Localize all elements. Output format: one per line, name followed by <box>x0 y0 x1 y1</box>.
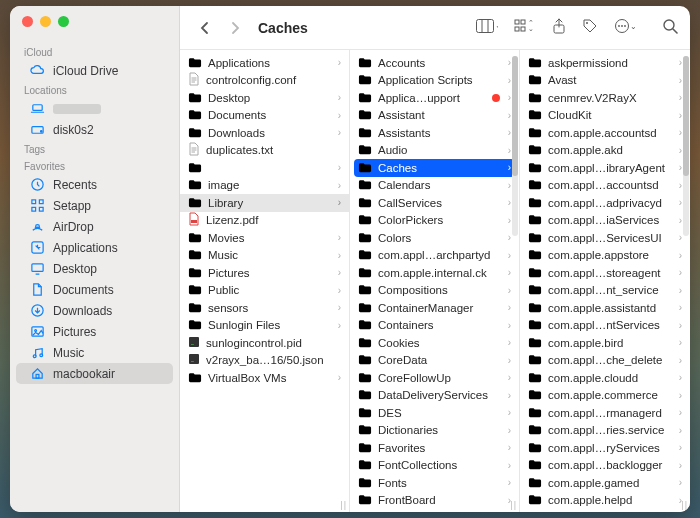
list-item[interactable]: FontCollections› <box>350 457 519 475</box>
list-item[interactable]: _sunlogincontrol.pid <box>180 334 349 352</box>
list-item[interactable]: com.appl…ryServices› <box>520 439 690 457</box>
sidebar-item-airdrop[interactable]: AirDrop <box>16 216 173 237</box>
list-item[interactable]: duplicates.txt <box>180 142 349 160</box>
list-item[interactable]: com.apple.gamed› <box>520 474 690 492</box>
list-item[interactable]: sensors› <box>180 299 349 317</box>
column-resize-handle[interactable]: || <box>681 500 688 510</box>
list-item[interactable]: Desktop› <box>180 89 349 107</box>
list-item[interactable]: com.apple.accountsd› <box>520 124 690 142</box>
list-item[interactable]: com.apple.appstore› <box>520 247 690 265</box>
list-item[interactable]: image› <box>180 177 349 195</box>
list-item[interactable]: Avast› <box>520 72 690 90</box>
list-item[interactable]: com.appl…storeagent› <box>520 264 690 282</box>
sidebar-item-macbookair[interactable]: macbookair <box>16 363 173 384</box>
column-resize-handle[interactable]: || <box>340 500 347 510</box>
list-item[interactable]: com.apple.internal.ck› <box>350 264 519 282</box>
list-item[interactable]: com.appl…ntServices› <box>520 317 690 335</box>
list-item[interactable]: Lizenz.pdf <box>180 212 349 230</box>
group-by-button[interactable]: ⌃⌄ <box>514 19 536 37</box>
list-item[interactable]: _v2rayx_ba…16/50.json <box>180 352 349 370</box>
list-item[interactable]: com.appl…adprivacyd› <box>520 194 690 212</box>
list-item[interactable]: Library› <box>180 194 349 212</box>
column-0[interactable]: Applications›controlconfig.confDesktop›D… <box>180 50 350 512</box>
list-item[interactable]: › <box>180 159 349 177</box>
tags-button[interactable] <box>582 18 598 38</box>
list-item[interactable]: Public› <box>180 282 349 300</box>
sidebar-item-pictures[interactable]: Pictures <box>16 321 173 342</box>
list-item[interactable]: Movies› <box>180 229 349 247</box>
list-item[interactable]: Audio› <box>350 142 519 160</box>
list-item[interactable]: CallServices› <box>350 194 519 212</box>
list-item[interactable]: Applications› <box>180 54 349 72</box>
list-item[interactable]: com.appl…accountsd› <box>520 177 690 195</box>
list-item[interactable]: Assistant› <box>350 107 519 125</box>
list-item[interactable]: ContainerManager› <box>350 299 519 317</box>
list-item[interactable]: com.apple.commerce› <box>520 387 690 405</box>
scrollbar-thumb[interactable] <box>683 56 689 176</box>
list-item[interactable]: Application Scripts› <box>350 72 519 90</box>
list-item[interactable]: Calendars› <box>350 177 519 195</box>
list-item[interactable]: CoreData› <box>350 352 519 370</box>
list-item[interactable]: Cookies› <box>350 334 519 352</box>
sidebar-item-hidden[interactable] <box>16 98 173 119</box>
list-item[interactable]: Containers› <box>350 317 519 335</box>
column-resize-handle[interactable]: || <box>510 500 517 510</box>
list-item[interactable]: CoreFollowUp› <box>350 369 519 387</box>
scrollbar-thumb[interactable] <box>512 56 518 176</box>
list-item[interactable]: com.apple.helpd› <box>520 492 690 510</box>
list-item[interactable]: com.appl…backlogger› <box>520 457 690 475</box>
minimize-window-button[interactable] <box>40 16 51 27</box>
action-menu-button[interactable]: ⌄ <box>614 18 636 38</box>
back-button[interactable] <box>192 16 218 40</box>
list-item[interactable]: cenmrev.V2RayX› <box>520 89 690 107</box>
list-item[interactable]: com.apple.akd› <box>520 142 690 160</box>
list-item[interactable]: com.appl…ibraryAgent› <box>520 159 690 177</box>
list-item[interactable]: DataDeliveryServices› <box>350 387 519 405</box>
list-item[interactable]: Dictionaries› <box>350 422 519 440</box>
sidebar-item-disk0s2[interactable]: disk0s2 <box>16 119 173 140</box>
list-item[interactable]: Accounts› <box>350 54 519 72</box>
list-item[interactable]: Music› <box>180 247 349 265</box>
list-item[interactable]: askpermissiond› <box>520 54 690 72</box>
list-item[interactable]: FrontBoard› <box>350 492 519 510</box>
search-button[interactable] <box>662 18 678 38</box>
list-item[interactable]: Colors› <box>350 229 519 247</box>
list-item[interactable]: Pictures› <box>180 264 349 282</box>
view-columns-button[interactable]: ⌄ <box>476 19 498 37</box>
list-item[interactable]: Documents› <box>180 107 349 125</box>
list-item[interactable]: Compositions› <box>350 282 519 300</box>
list-item[interactable]: com.appl…nt_service› <box>520 282 690 300</box>
list-item[interactable]: com.appl…archpartyd› <box>350 247 519 265</box>
list-item[interactable]: com.appl…ries.service› <box>520 422 690 440</box>
list-item[interactable]: Sunlogin Files› <box>180 317 349 335</box>
sidebar-item-desktop[interactable]: Desktop <box>16 258 173 279</box>
list-item[interactable]: Applica…upport› <box>350 89 519 107</box>
sidebar-item-icloud-drive[interactable]: iCloud Drive <box>16 60 173 81</box>
list-item[interactable]: com.appl…ServicesUI› <box>520 229 690 247</box>
sidebar-item-setapp[interactable]: Setapp <box>16 195 173 216</box>
sidebar-item-documents[interactable]: Documents <box>16 279 173 300</box>
list-item[interactable]: com.appl…iaServices› <box>520 212 690 230</box>
list-item[interactable]: Downloads› <box>180 124 349 142</box>
close-window-button[interactable] <box>22 16 33 27</box>
list-item[interactable]: com.appl…rmanagerd› <box>520 404 690 422</box>
sidebar-item-applications[interactable]: Applications <box>16 237 173 258</box>
list-item[interactable]: com.apple.cloudd› <box>520 369 690 387</box>
list-item[interactable]: Caches› <box>354 159 515 177</box>
sidebar-item-music[interactable]: Music <box>16 342 173 363</box>
list-item[interactable]: DES› <box>350 404 519 422</box>
fullscreen-window-button[interactable] <box>58 16 69 27</box>
list-item[interactable]: ColorPickers› <box>350 212 519 230</box>
column-2[interactable]: askpermissiond›Avast›cenmrev.V2RayX›Clou… <box>520 50 690 512</box>
column-1[interactable]: Accounts›Application Scripts›Applica…upp… <box>350 50 520 512</box>
share-button[interactable] <box>552 18 566 38</box>
list-item[interactable]: VirtualBox VMs› <box>180 369 349 387</box>
sidebar-item-downloads[interactable]: Downloads <box>16 300 173 321</box>
list-item[interactable]: Assistants› <box>350 124 519 142</box>
sidebar-item-recents[interactable]: Recents <box>16 174 173 195</box>
list-item[interactable]: CloudKit› <box>520 107 690 125</box>
forward-button[interactable] <box>222 16 248 40</box>
list-item[interactable]: Fonts› <box>350 474 519 492</box>
list-item[interactable]: com.appl…che_delete› <box>520 352 690 370</box>
list-item[interactable]: Favorites› <box>350 439 519 457</box>
